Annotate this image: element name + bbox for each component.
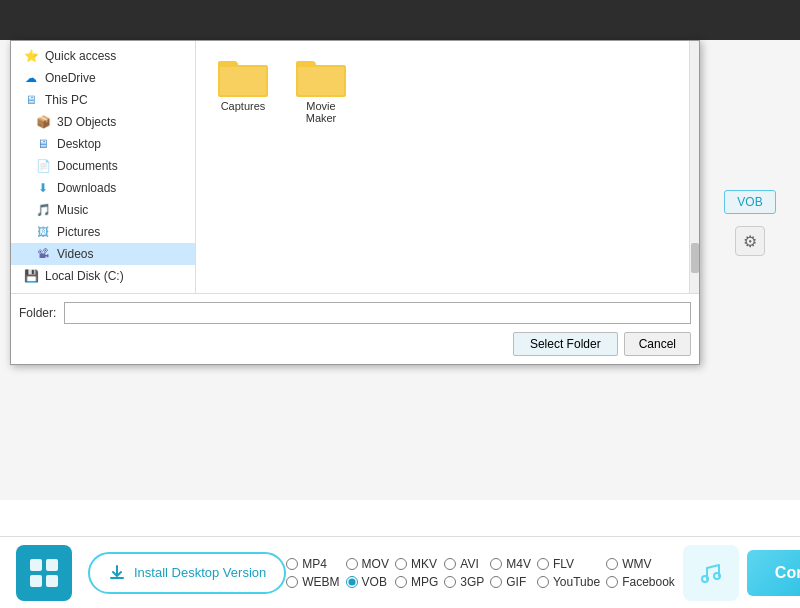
sidebar-label-local-disk: Local Disk (C:) [45,269,124,283]
format-mkv[interactable]: MKV [395,557,438,571]
file-dialog: ⭐ Quick access ☁ OneDrive 🖥 This PC [10,40,700,365]
gear-icon: ⚙ [743,232,757,251]
select-folder-button[interactable]: Select Folder [513,332,618,356]
folder-movie-maker[interactable]: Movie Maker [286,53,356,128]
cancel-button[interactable]: Cancel [624,332,691,356]
sidebar-label-3d-objects: 3D Objects [57,115,116,129]
download-icon [108,564,126,582]
right-side-panel: VOB ⚙ [700,40,800,460]
convert-button[interactable]: Convert [747,550,800,596]
scroll-thumb [691,243,699,273]
sidebar-item-documents[interactable]: 📄 Documents [11,155,195,177]
format-facebook[interactable]: Facebook [606,575,675,589]
format-mp4[interactable]: MP4 [286,557,339,571]
file-area-scrollbar[interactable] [689,41,699,293]
film-grid-svg [28,557,60,589]
bottom-bar: Install Desktop Version MP4 MOV MKV AVI … [0,536,800,608]
sidebar-label-this-pc: This PC [45,93,88,107]
sidebar-item-videos[interactable]: 📽 Videos [11,243,195,265]
top-bar [0,0,800,40]
format-mpg[interactable]: MPG [395,575,438,589]
sidebar-label-videos: Videos [57,247,93,261]
sidebar-item-local-disk[interactable]: 💾 Local Disk (C:) [11,265,195,287]
format-3gp[interactable]: 3GP [444,575,484,589]
sidebar-item-3d-objects[interactable]: 📦 3D Objects [11,111,195,133]
svg-rect-1 [46,559,58,571]
pc-icon: 🖥 [23,92,39,108]
videos-icon: 📽 [35,246,51,262]
dialog-body: ⭐ Quick access ☁ OneDrive 🖥 This PC [11,41,699,293]
dialog-bottom: Folder: Select Folder Cancel [11,293,699,364]
local-disk-icon: 💾 [23,268,39,284]
sidebar-item-pictures[interactable]: 🖼 Pictures [11,221,195,243]
music-icon: 🎵 [35,202,51,218]
folder-movie-maker-name: Movie Maker [290,100,352,124]
sidebar: ⭐ Quick access ☁ OneDrive 🖥 This PC [11,41,196,293]
format-options: MP4 MOV MKV AVI M4V FLV WMV WEBM [286,557,675,589]
folder-captures-icon [218,57,268,97]
folder-input-row: Folder: [19,302,691,324]
format-mov[interactable]: MOV [346,557,389,571]
sidebar-item-onedrive[interactable]: ☁ OneDrive [11,67,195,89]
format-m4v[interactable]: M4V [490,557,531,571]
svg-point-5 [714,573,720,579]
folder-input[interactable] [64,302,691,324]
sidebar-item-this-pc[interactable]: 🖥 This PC [11,89,195,111]
documents-icon: 📄 [35,158,51,174]
3d-icon: 📦 [35,114,51,130]
svg-point-4 [702,576,708,582]
install-desktop-button[interactable]: Install Desktop Version [88,552,286,594]
folder-captures[interactable]: Captures [208,53,278,128]
sidebar-item-desktop[interactable]: 🖥 Desktop [11,133,195,155]
format-icon [16,545,72,601]
sidebar-label-desktop: Desktop [57,137,101,151]
sidebar-item-downloads[interactable]: ⬇ Downloads [11,177,195,199]
sidebar-label-quick-access: Quick access [45,49,116,63]
onedrive-icon: ☁ [23,70,39,86]
sidebar-label-onedrive: OneDrive [45,71,96,85]
sidebar-label-downloads: Downloads [57,181,116,195]
sidebar-label-music: Music [57,203,88,217]
sidebar-item-quick-access[interactable]: ⭐ Quick access [11,45,195,67]
format-webm[interactable]: WEBM [286,575,339,589]
format-flv[interactable]: FLV [537,557,600,571]
music-icon-button[interactable] [683,545,739,601]
downloads-icon: ⬇ [35,180,51,196]
pictures-icon: 🖼 [35,224,51,240]
format-wmv[interactable]: WMV [606,557,675,571]
svg-rect-0 [30,559,42,571]
desktop-icon: 🖥 [35,136,51,152]
format-vob[interactable]: VOB [346,575,389,589]
file-area: Captures Movie Maker [196,41,689,293]
sidebar-label-pictures: Pictures [57,225,100,239]
format-gif[interactable]: GIF [490,575,531,589]
install-label: Install Desktop Version [134,565,266,580]
sidebar-label-documents: Documents [57,159,118,173]
folder-captures-name: Captures [221,100,266,112]
vob-button[interactable]: VOB [724,190,775,214]
gear-icon-btn[interactable]: ⚙ [735,226,765,256]
folder-label: Folder: [19,306,56,320]
sidebar-item-music[interactable]: 🎵 Music [11,199,195,221]
svg-rect-2 [30,575,42,587]
quick-access-icon: ⭐ [23,48,39,64]
folder-movie-maker-icon [296,57,346,97]
music-note-icon [697,559,725,587]
format-youtube[interactable]: YouTube [537,575,600,589]
svg-rect-3 [46,575,58,587]
app-container: VOB ⚙ ⭐ Quick access ☁ On [0,0,800,608]
format-avi[interactable]: AVI [444,557,484,571]
dialog-buttons: Select Folder Cancel [19,332,691,356]
